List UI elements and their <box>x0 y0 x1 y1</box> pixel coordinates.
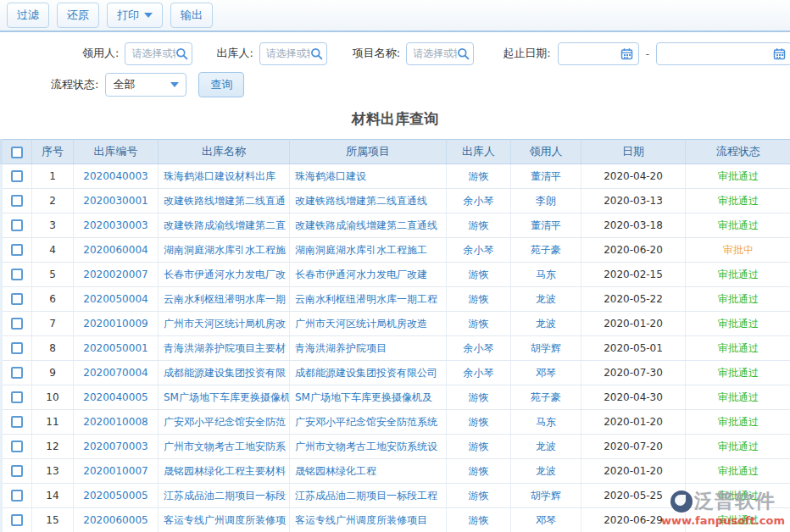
outbound-code-link[interactable]: 2020050001 <box>83 342 147 354</box>
select-all-checkbox[interactable] <box>11 147 23 158</box>
project-link[interactable]: 江苏成品油二期项目一标段工程 <box>295 490 437 502</box>
project-link[interactable]: 云南水利枢纽潜明水库一期工程 <box>295 293 437 305</box>
outbound-code-link[interactable]: 2020050004 <box>83 293 147 305</box>
project-link[interactable]: 改建铁路线增建第二线直通线 <box>295 195 427 207</box>
cell-date: 2020-04-20 <box>581 164 686 189</box>
project-name-input[interactable] <box>413 47 457 59</box>
row-checkbox[interactable] <box>11 170 23 182</box>
project-link[interactable]: 晟铭园林绿化工程 <box>295 465 376 477</box>
project-link[interactable]: 珠海鹤港口建设 <box>295 170 366 182</box>
row-checkbox[interactable] <box>11 219 23 231</box>
cell-seq: 15 <box>32 508 74 532</box>
outbound-name-link[interactable]: 广州市天河区统计局机房改 <box>164 318 286 330</box>
project-link[interactable]: 广安邓小平纪念馆安全防范系统 <box>295 416 437 428</box>
filter-button[interactable]: 过滤 <box>7 3 49 28</box>
status-dropdown[interactable]: 全部 <box>105 73 186 97</box>
cell-recipient: 邓琴 <box>511 361 581 385</box>
cell-name: 广安邓小平纪念馆安全防范 <box>159 410 290 435</box>
outbound-code-link[interactable]: 2020050005 <box>83 490 147 502</box>
outbound-name-link[interactable]: 改建铁路成渝线增建第二直 <box>164 219 286 231</box>
row-checkbox[interactable] <box>11 269 23 280</box>
project-link[interactable]: 成都能源建设集团投资有限公司 <box>295 367 437 379</box>
project-link[interactable]: 青海洪湖养护院项目 <box>295 342 387 354</box>
outbound-code-link[interactable]: 2020010008 <box>83 416 147 428</box>
outbound-code-link[interactable]: 2020060004 <box>83 244 147 256</box>
outbound-name-link[interactable]: SM广场地下车库更换摄像机 <box>164 391 290 403</box>
project-link[interactable]: 长春市伊通河水力发电厂改建 <box>295 269 427 280</box>
filter-row-1: 领用人: 出库人: 项目名称: 起止日期: - <box>0 42 790 65</box>
outbound-name-link[interactable]: 客运专线广州调度所装修项 <box>164 514 286 526</box>
row-checkbox[interactable] <box>11 367 23 379</box>
table-row: 72020010009广州市天河区统计局机房改广州市天河区统计局机房改造游恢龙波… <box>2 312 790 336</box>
outbound-code-link[interactable]: 2020040005 <box>83 391 147 403</box>
outbound-name-link[interactable]: 青海洪湖养护院项目主要材 <box>164 342 286 354</box>
print-button[interactable]: 打印 <box>107 3 163 28</box>
row-checkbox[interactable] <box>11 490 23 502</box>
cell-recipient: 董清平 <box>511 164 581 189</box>
outbound-name-link[interactable]: 晟铭园林绿化工程主要材料 <box>164 465 286 477</box>
outbound-code-link[interactable]: 2020060005 <box>83 514 147 526</box>
search-icon[interactable] <box>310 47 323 60</box>
outbound-code-link[interactable]: 2020030003 <box>83 219 147 231</box>
cell-project: 广州市文物考古工地安防系统设 <box>290 435 447 459</box>
cell-code: 2020050001 <box>74 336 159 361</box>
row-checkbox[interactable] <box>11 416 23 428</box>
outbound-name-link[interactable]: 改建铁路线增建第二线直通 <box>164 195 286 207</box>
restore-button-label: 还原 <box>67 8 89 23</box>
outbound-name-link[interactable]: 广州市文物考古工地安防系 <box>164 441 286 452</box>
outbound-name-link[interactable]: 江苏成品油二期项目一标段 <box>164 490 286 502</box>
export-button[interactable]: 输出 <box>170 3 213 28</box>
project-link[interactable]: 客运专线广州调度所装修项目 <box>295 514 427 526</box>
row-checkbox[interactable] <box>11 195 23 207</box>
row-checkbox[interactable] <box>11 514 23 526</box>
cell-date: 2020-02-15 <box>581 263 686 287</box>
restore-button[interactable]: 还原 <box>57 3 99 28</box>
outbound-name-link[interactable]: 云南水利枢纽潜明水库一期 <box>164 293 286 305</box>
cell-seq: 5 <box>32 263 74 287</box>
row-checkbox[interactable] <box>11 293 23 305</box>
cell-issuer: 余小琴 <box>447 336 511 361</box>
outbound-name-link[interactable]: 珠海鹤港口建设材料出库 <box>164 170 275 182</box>
outbound-name-link[interactable]: 湖南洞庭湖水库引水工程施 <box>164 244 286 256</box>
outbound-name-link[interactable]: 成都能源建设集团投资有限 <box>164 367 286 379</box>
row-checkbox-cell <box>2 385 32 410</box>
search-icon[interactable] <box>457 47 470 60</box>
row-checkbox[interactable] <box>11 318 23 330</box>
outbound-code-link[interactable]: 2020010007 <box>83 465 147 477</box>
project-link[interactable]: 广州市文物考古工地安防系统设 <box>295 441 437 452</box>
outbound-code-link[interactable]: 2020070004 <box>83 367 147 379</box>
search-icon[interactable] <box>175 47 188 60</box>
start-date-input[interactable] <box>493 47 620 59</box>
cell-status: 审批通过 <box>686 508 790 532</box>
project-link[interactable]: 湖南洞庭湖水库引水工程施工 <box>295 244 427 256</box>
cell-name: 广州市文物考古工地安防系 <box>159 435 290 459</box>
row-checkbox[interactable] <box>11 441 23 452</box>
row-checkbox[interactable] <box>11 342 23 354</box>
calendar-icon[interactable] <box>620 47 633 60</box>
row-checkbox[interactable] <box>11 465 23 477</box>
outbound-code-link[interactable]: 2020040003 <box>83 170 147 182</box>
outbound-name-link[interactable]: 广安邓小平纪念馆安全防范 <box>164 416 286 428</box>
cell-seq: 14 <box>32 484 74 508</box>
project-link[interactable]: SM广场地下车库更换摄像机及 <box>295 391 432 403</box>
cell-name: 云南水利枢纽潜明水库一期 <box>159 287 290 312</box>
query-button[interactable]: 查询 <box>198 72 244 97</box>
row-checkbox-cell <box>2 484 32 508</box>
row-checkbox[interactable] <box>11 391 23 403</box>
cell-status: 审批通过 <box>686 385 790 410</box>
outbound-name-link[interactable]: 长春市伊通河水力发电厂改 <box>164 269 286 280</box>
issuer-input[interactable] <box>266 47 310 59</box>
cell-recipient: 龙波 <box>511 287 581 312</box>
outbound-code-link[interactable]: 2020070003 <box>83 441 147 452</box>
outbound-code-link[interactable]: 2020010009 <box>83 318 147 330</box>
cell-issuer: 余小琴 <box>447 189 511 213</box>
calendar-icon[interactable] <box>773 47 786 60</box>
outbound-code-link[interactable]: 2020030001 <box>83 195 147 207</box>
project-link[interactable]: 改建铁路成渝线增建第二直通线 <box>295 219 437 231</box>
end-date-input[interactable] <box>646 47 773 59</box>
cell-name: 长春市伊通河水力发电厂改 <box>159 263 290 287</box>
recipient-input[interactable] <box>131 47 175 59</box>
project-link[interactable]: 广州市天河区统计局机房改造 <box>295 318 427 330</box>
row-checkbox[interactable] <box>11 244 23 256</box>
outbound-code-link[interactable]: 2020020007 <box>83 269 147 280</box>
